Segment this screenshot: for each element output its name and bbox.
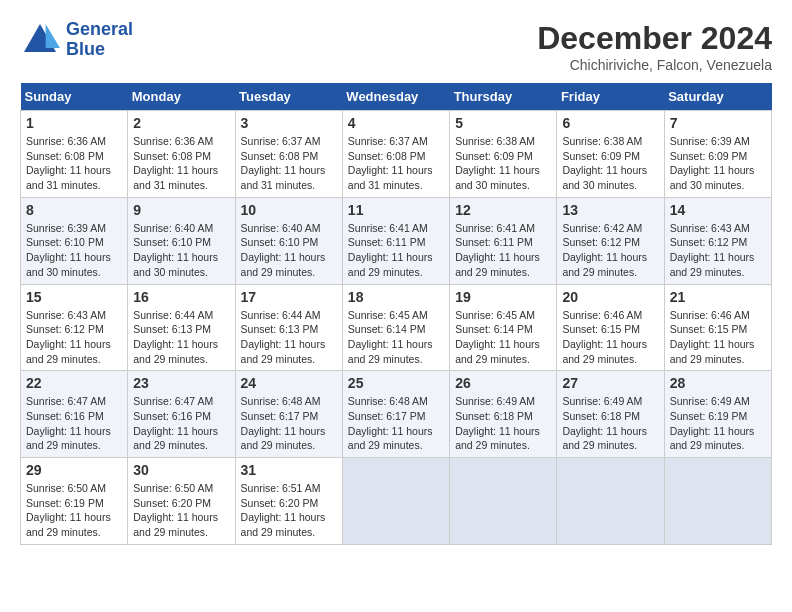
table-row: 30Sunrise: 6:50 AMSunset: 6:20 PMDayligh…	[128, 458, 235, 545]
table-row: 31Sunrise: 6:51 AMSunset: 6:20 PMDayligh…	[235, 458, 342, 545]
day-info: Sunrise: 6:36 AMSunset: 6:08 PMDaylight:…	[26, 134, 122, 193]
day-info: Sunrise: 6:50 AMSunset: 6:19 PMDaylight:…	[26, 481, 122, 540]
logo: General Blue	[20, 20, 133, 60]
day-info: Sunrise: 6:39 AMSunset: 6:10 PMDaylight:…	[26, 221, 122, 280]
day-info: Sunrise: 6:45 AMSunset: 6:14 PMDaylight:…	[455, 308, 551, 367]
day-number: 14	[670, 202, 766, 218]
table-row: 17Sunrise: 6:44 AMSunset: 6:13 PMDayligh…	[235, 284, 342, 371]
day-number: 16	[133, 289, 229, 305]
day-info: Sunrise: 6:38 AMSunset: 6:09 PMDaylight:…	[562, 134, 658, 193]
table-row: 12Sunrise: 6:41 AMSunset: 6:11 PMDayligh…	[450, 197, 557, 284]
day-info: Sunrise: 6:43 AMSunset: 6:12 PMDaylight:…	[26, 308, 122, 367]
day-info: Sunrise: 6:50 AMSunset: 6:20 PMDaylight:…	[133, 481, 229, 540]
day-info: Sunrise: 6:49 AMSunset: 6:19 PMDaylight:…	[670, 394, 766, 453]
table-row: 19Sunrise: 6:45 AMSunset: 6:14 PMDayligh…	[450, 284, 557, 371]
col-sunday: Sunday	[21, 83, 128, 111]
col-monday: Monday	[128, 83, 235, 111]
table-row: 23Sunrise: 6:47 AMSunset: 6:16 PMDayligh…	[128, 371, 235, 458]
table-row: 27Sunrise: 6:49 AMSunset: 6:18 PMDayligh…	[557, 371, 664, 458]
day-number: 2	[133, 115, 229, 131]
day-number: 28	[670, 375, 766, 391]
calendar-table: Sunday Monday Tuesday Wednesday Thursday…	[20, 83, 772, 545]
table-row: 21Sunrise: 6:46 AMSunset: 6:15 PMDayligh…	[664, 284, 771, 371]
table-row: 20Sunrise: 6:46 AMSunset: 6:15 PMDayligh…	[557, 284, 664, 371]
table-row: 26Sunrise: 6:49 AMSunset: 6:18 PMDayligh…	[450, 371, 557, 458]
day-number: 20	[562, 289, 658, 305]
table-row: 22Sunrise: 6:47 AMSunset: 6:16 PMDayligh…	[21, 371, 128, 458]
calendar-week-row: 22Sunrise: 6:47 AMSunset: 6:16 PMDayligh…	[21, 371, 772, 458]
day-info: Sunrise: 6:41 AMSunset: 6:11 PMDaylight:…	[455, 221, 551, 280]
table-row: 3Sunrise: 6:37 AMSunset: 6:08 PMDaylight…	[235, 111, 342, 198]
col-wednesday: Wednesday	[342, 83, 449, 111]
table-row: 10Sunrise: 6:40 AMSunset: 6:10 PMDayligh…	[235, 197, 342, 284]
day-info: Sunrise: 6:51 AMSunset: 6:20 PMDaylight:…	[241, 481, 337, 540]
day-info: Sunrise: 6:40 AMSunset: 6:10 PMDaylight:…	[241, 221, 337, 280]
col-friday: Friday	[557, 83, 664, 111]
table-row: 7Sunrise: 6:39 AMSunset: 6:09 PMDaylight…	[664, 111, 771, 198]
day-number: 1	[26, 115, 122, 131]
calendar-week-row: 1Sunrise: 6:36 AMSunset: 6:08 PMDaylight…	[21, 111, 772, 198]
day-info: Sunrise: 6:37 AMSunset: 6:08 PMDaylight:…	[348, 134, 444, 193]
table-row: 15Sunrise: 6:43 AMSunset: 6:12 PMDayligh…	[21, 284, 128, 371]
day-number: 3	[241, 115, 337, 131]
table-row: 18Sunrise: 6:45 AMSunset: 6:14 PMDayligh…	[342, 284, 449, 371]
day-number: 12	[455, 202, 551, 218]
table-row: 11Sunrise: 6:41 AMSunset: 6:11 PMDayligh…	[342, 197, 449, 284]
day-number: 23	[133, 375, 229, 391]
table-row: 5Sunrise: 6:38 AMSunset: 6:09 PMDaylight…	[450, 111, 557, 198]
day-info: Sunrise: 6:48 AMSunset: 6:17 PMDaylight:…	[241, 394, 337, 453]
table-row	[557, 458, 664, 545]
day-info: Sunrise: 6:47 AMSunset: 6:16 PMDaylight:…	[133, 394, 229, 453]
day-number: 26	[455, 375, 551, 391]
title-section: December 2024 Chichiriviche, Falcon, Ven…	[537, 20, 772, 73]
table-row	[664, 458, 771, 545]
table-row: 2Sunrise: 6:36 AMSunset: 6:08 PMDaylight…	[128, 111, 235, 198]
table-row: 13Sunrise: 6:42 AMSunset: 6:12 PMDayligh…	[557, 197, 664, 284]
day-number: 8	[26, 202, 122, 218]
location: Chichiriviche, Falcon, Venezuela	[537, 57, 772, 73]
table-row: 4Sunrise: 6:37 AMSunset: 6:08 PMDaylight…	[342, 111, 449, 198]
day-number: 29	[26, 462, 122, 478]
calendar-week-row: 29Sunrise: 6:50 AMSunset: 6:19 PMDayligh…	[21, 458, 772, 545]
calendar-week-row: 15Sunrise: 6:43 AMSunset: 6:12 PMDayligh…	[21, 284, 772, 371]
col-saturday: Saturday	[664, 83, 771, 111]
day-info: Sunrise: 6:48 AMSunset: 6:17 PMDaylight:…	[348, 394, 444, 453]
day-info: Sunrise: 6:44 AMSunset: 6:13 PMDaylight:…	[133, 308, 229, 367]
day-info: Sunrise: 6:49 AMSunset: 6:18 PMDaylight:…	[455, 394, 551, 453]
col-tuesday: Tuesday	[235, 83, 342, 111]
day-number: 30	[133, 462, 229, 478]
logo-text: General Blue	[66, 20, 133, 60]
table-row: 29Sunrise: 6:50 AMSunset: 6:19 PMDayligh…	[21, 458, 128, 545]
day-info: Sunrise: 6:43 AMSunset: 6:12 PMDaylight:…	[670, 221, 766, 280]
logo-icon	[20, 20, 60, 60]
day-number: 24	[241, 375, 337, 391]
svg-marker-1	[46, 24, 60, 48]
table-row: 8Sunrise: 6:39 AMSunset: 6:10 PMDaylight…	[21, 197, 128, 284]
table-row: 14Sunrise: 6:43 AMSunset: 6:12 PMDayligh…	[664, 197, 771, 284]
table-row: 28Sunrise: 6:49 AMSunset: 6:19 PMDayligh…	[664, 371, 771, 458]
table-row: 1Sunrise: 6:36 AMSunset: 6:08 PMDaylight…	[21, 111, 128, 198]
day-info: Sunrise: 6:46 AMSunset: 6:15 PMDaylight:…	[670, 308, 766, 367]
table-row	[450, 458, 557, 545]
day-info: Sunrise: 6:39 AMSunset: 6:09 PMDaylight:…	[670, 134, 766, 193]
table-row: 6Sunrise: 6:38 AMSunset: 6:09 PMDaylight…	[557, 111, 664, 198]
day-info: Sunrise: 6:46 AMSunset: 6:15 PMDaylight:…	[562, 308, 658, 367]
calendar-header-row: Sunday Monday Tuesday Wednesday Thursday…	[21, 83, 772, 111]
day-number: 13	[562, 202, 658, 218]
day-number: 27	[562, 375, 658, 391]
day-info: Sunrise: 6:38 AMSunset: 6:09 PMDaylight:…	[455, 134, 551, 193]
table-row	[342, 458, 449, 545]
day-number: 22	[26, 375, 122, 391]
table-row: 9Sunrise: 6:40 AMSunset: 6:10 PMDaylight…	[128, 197, 235, 284]
day-info: Sunrise: 6:40 AMSunset: 6:10 PMDaylight:…	[133, 221, 229, 280]
table-row: 25Sunrise: 6:48 AMSunset: 6:17 PMDayligh…	[342, 371, 449, 458]
day-number: 11	[348, 202, 444, 218]
day-number: 31	[241, 462, 337, 478]
day-number: 4	[348, 115, 444, 131]
day-number: 25	[348, 375, 444, 391]
table-row: 16Sunrise: 6:44 AMSunset: 6:13 PMDayligh…	[128, 284, 235, 371]
day-info: Sunrise: 6:44 AMSunset: 6:13 PMDaylight:…	[241, 308, 337, 367]
day-number: 6	[562, 115, 658, 131]
month-title: December 2024	[537, 20, 772, 57]
day-info: Sunrise: 6:36 AMSunset: 6:08 PMDaylight:…	[133, 134, 229, 193]
